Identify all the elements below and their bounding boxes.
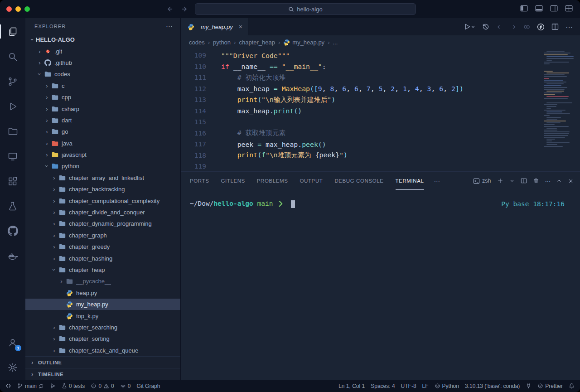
- indentation-status[interactable]: Spaces: 4: [371, 383, 395, 389]
- file-history-icon[interactable]: [482, 23, 489, 30]
- minimap[interactable]: [543, 51, 576, 148]
- panel-more-actions-icon[interactable]: ⋯: [545, 178, 551, 184]
- tree-item-chapter_array_and_linkedlist[interactable]: ›chapter_array_and_linkedlist: [25, 172, 180, 184]
- tree-item-chapter_sorting[interactable]: ›chapter_sorting: [25, 333, 180, 344]
- tree-item-chapter_divide_and_conquer[interactable]: ›chapter_divide_and_conquer: [25, 207, 180, 218]
- close-window-button[interactable]: [6, 6, 12, 12]
- split-terminal-icon[interactable]: [521, 178, 527, 184]
- maximize-window-button[interactable]: [24, 6, 30, 12]
- minimize-window-button[interactable]: [15, 6, 21, 12]
- breadcrumb-codes[interactable]: codes: [189, 39, 205, 46]
- tree-item-chapter_greedy[interactable]: ›chapter_greedy: [25, 241, 180, 252]
- tree-item-java[interactable]: ›java: [25, 138, 180, 149]
- tree-item-javascript[interactable]: ›javascript: [25, 149, 180, 160]
- tree-item-chapter_searching[interactable]: ›chapter_searching: [25, 322, 180, 333]
- toggle-secondary-sidebar-icon[interactable]: [550, 5, 558, 12]
- toggle-panel-icon[interactable]: [535, 5, 543, 12]
- toggle-primary-sidebar-icon[interactable]: [520, 5, 528, 12]
- branch-status[interactable]: main: [17, 383, 44, 389]
- terminal[interactable]: ~/Dow/hello-algo main Py base 18:17:16: [181, 190, 580, 380]
- tree-item-codes[interactable]: ›codes: [25, 68, 180, 80]
- shell-selector[interactable]: zsh: [473, 178, 491, 184]
- tab-my-heap-py[interactable]: my_heap.py ×: [181, 18, 248, 35]
- extensions-icon[interactable]: [0, 169, 25, 194]
- tree-item-chapter_graph[interactable]: ›chapter_graph: [25, 230, 180, 241]
- terminal-profile-dropdown-icon[interactable]: [509, 178, 515, 184]
- eol-status[interactable]: LF: [422, 383, 429, 389]
- tree-item-go[interactable]: ›go: [25, 126, 180, 137]
- notifications-bell-icon[interactable]: [569, 383, 575, 389]
- panel-tab-gitlens[interactable]: GITLENS: [221, 172, 245, 190]
- close-tab-icon[interactable]: ×: [239, 23, 242, 30]
- tree-item-csharp[interactable]: ›csharp: [25, 103, 180, 114]
- navigate-back-icon[interactable]: [165, 5, 174, 14]
- tree-item-chapter_hashing[interactable]: ›chapter_hashing: [25, 252, 180, 264]
- source-control-icon[interactable]: [0, 69, 25, 94]
- tests-status[interactable]: 0 tests: [62, 383, 85, 389]
- tree-item-.git[interactable]: ›.git: [25, 45, 180, 57]
- extension-status-icon[interactable]: [526, 383, 532, 389]
- tree-item-c[interactable]: ›c: [25, 80, 180, 92]
- kill-terminal-icon[interactable]: [533, 178, 539, 184]
- docker-icon[interactable]: [0, 243, 25, 268]
- tree-item-chapter_heap[interactable]: ›chapter_heap: [25, 264, 180, 276]
- tree-item-chapter_computational_complexity[interactable]: ›chapter_computational_complexity: [25, 195, 180, 206]
- remote-explorer-icon[interactable]: [0, 144, 25, 169]
- tree-item-chapter_stack_and_queue[interactable]: ›chapter_stack_and_queue: [25, 345, 180, 356]
- python-interpreter-status[interactable]: 3.10.13 ('base': conda): [465, 383, 520, 389]
- tree-item-dart[interactable]: ›dart: [25, 115, 180, 126]
- tree-item-.github[interactable]: ›.github: [25, 57, 180, 68]
- tree-item-python[interactable]: ›python: [25, 160, 180, 172]
- new-terminal-icon[interactable]: [497, 178, 503, 184]
- formatter-status[interactable]: Prettier: [537, 383, 563, 389]
- breadcrumb-python[interactable]: python: [213, 39, 231, 46]
- encoding-status[interactable]: UTF-8: [401, 383, 416, 389]
- breadcrumb-chapter_heap[interactable]: chapter_heap: [239, 39, 275, 46]
- panel-tab-terminal[interactable]: TERMINAL: [396, 172, 424, 190]
- testing-icon[interactable]: [0, 194, 25, 218]
- explorer-icon[interactable]: [0, 19, 25, 44]
- git-graph-button[interactable]: Git Graph: [136, 383, 160, 389]
- run-python-file-button[interactable]: [464, 23, 475, 30]
- timeline-section[interactable]: › TIMELINE: [25, 368, 180, 380]
- panel-tab-problems[interactable]: PROBLEMS: [257, 172, 288, 190]
- scm-graph-icon[interactable]: [50, 383, 56, 389]
- ports-status[interactable]: 0: [120, 383, 131, 389]
- cursor-position[interactable]: Ln 1, Col 1: [338, 383, 365, 389]
- run-debug-icon[interactable]: [0, 94, 25, 119]
- previous-change-icon[interactable]: [496, 24, 503, 30]
- panel-tab-ports[interactable]: PORTS: [190, 172, 209, 190]
- tree-item-chapter_backtracking[interactable]: ›chapter_backtracking: [25, 184, 180, 195]
- tree-item-cpp[interactable]: ›cpp: [25, 92, 180, 103]
- editor-more-actions-icon[interactable]: ⋯: [566, 23, 573, 31]
- panel-tab-debug-console[interactable]: DEBUG CONSOLE: [334, 172, 383, 190]
- project-folder-icon[interactable]: [0, 119, 25, 144]
- panel-more-tabs-icon[interactable]: ⋯: [434, 177, 440, 184]
- open-changes-icon[interactable]: [523, 24, 530, 30]
- close-panel-icon[interactable]: [568, 178, 574, 184]
- tree-item-hello-algo[interactable]: ›HELLO-ALGO: [25, 34, 180, 45]
- explorer-more-actions-icon[interactable]: ⋯: [166, 22, 173, 30]
- panel-tab-output[interactable]: OUTPUT: [300, 172, 323, 190]
- breadcrumb-...[interactable]: ...: [333, 39, 338, 46]
- breadcrumb-my_heap.py[interactable]: my_heap.py: [283, 39, 324, 46]
- outline-section[interactable]: › OUTLINE: [25, 356, 180, 368]
- remote-indicator-icon[interactable]: [5, 383, 11, 389]
- next-change-icon[interactable]: [510, 24, 517, 30]
- accounts-icon[interactable]: 1: [0, 330, 25, 355]
- tree-item-top_k.py[interactable]: top_k.py: [25, 310, 180, 321]
- language-status[interactable]: Python: [435, 383, 459, 389]
- tree-item-__pycache__[interactable]: ›__pycache__: [25, 276, 180, 287]
- tree-item-my_heap.py[interactable]: my_heap.py: [25, 299, 180, 310]
- launchpad-icon[interactable]: [537, 23, 545, 31]
- navigate-forward-icon[interactable]: [180, 5, 189, 14]
- search-icon[interactable]: [0, 44, 25, 69]
- customize-layout-icon[interactable]: [565, 5, 573, 12]
- tree-item-heap.py[interactable]: heap.py: [25, 287, 180, 299]
- settings-icon[interactable]: [0, 355, 25, 380]
- github-icon[interactable]: [0, 218, 25, 243]
- maximize-panel-icon[interactable]: [556, 178, 562, 184]
- problems-status[interactable]: 0 0: [91, 383, 114, 389]
- tree-item-chapter_dynamic_programming[interactable]: ›chapter_dynamic_programming: [25, 218, 180, 229]
- split-editor-icon[interactable]: [551, 23, 559, 30]
